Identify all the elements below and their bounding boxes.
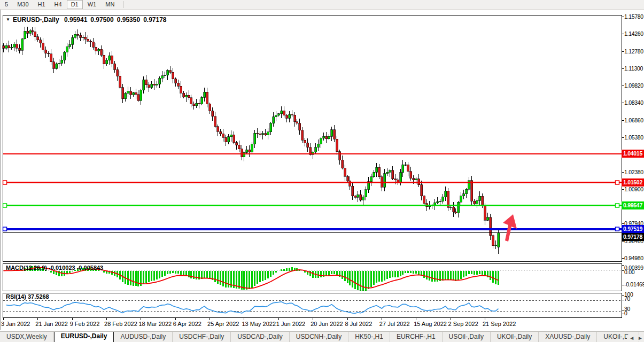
macd-label: MACD(12,26,9) -0.010023 -0.005843 [6,265,103,271]
ohlc-open: 0.95941 [64,16,87,24]
price-axis-label: 1.06860 [624,117,643,123]
chart-tab-usdchf--daily[interactable]: USDCHF-,Daily [173,332,231,342]
date-axis-label: 6 Apr 2022 [173,321,201,328]
symbol-dropdown-icon[interactable]: ▼ [6,17,10,22]
chart-tab-usdx-weekly[interactable]: USDX,Weekly [0,332,54,342]
current-price-label: 0.97178 [622,233,644,241]
chart-tab-eurusd--daily[interactable]: EURUSD-,Daily [54,331,114,342]
price-axis-label: 1.05380 [624,134,643,141]
hline-handle[interactable] [3,181,7,184]
price-label-0.97519: 0.97519 [622,225,644,233]
price-axis-label: 1.12780 [624,48,643,55]
hline-handle[interactable] [616,227,619,231]
chart-tab-hk50--h1[interactable]: HK50-,H1 [348,332,390,342]
date-axis-label: 27 Jul 2022 [379,321,410,328]
price-axis-label: 1.14260 [624,30,643,37]
macd-name: MACD(12,26,9) [6,265,47,271]
ohlc-high: 0.97500 [90,16,113,24]
rsi-name: RSI(14) [6,293,26,300]
axis-ticks [4,17,625,321]
tab-scroll-left-icon[interactable]: ◄ [629,335,634,341]
price-label-0.99547: 0.99547 [622,201,644,209]
price-axis-label: 0.94980 [624,255,643,261]
chart-tab-usoil--daily[interactable]: USOil-,Daily [443,332,491,342]
chart-tab-usdcad--daily[interactable]: USDCAD-,Daily [231,332,290,342]
macd-axis-label: -0.01469 [624,281,644,287]
date-axis-label: 21 Sep 2022 [483,321,516,328]
price-label-1.04015: 1.04015 [622,150,644,158]
chart-tab-ukoil--daily[interactable]: UKOil-,Daily [491,332,539,342]
hline-handle[interactable] [616,204,619,207]
rsi-label: RSI(14) 37.5268 [6,293,49,300]
macd-axis-label: 0.00 [624,269,634,275]
date-axis-label: 18 Mar 2022 [138,321,172,328]
date-axis-label: 2 Sep 2022 [448,321,478,328]
date-axis-label: 8 Jul 2022 [345,321,373,328]
macd-values: -0.010023 -0.005843 [49,265,103,271]
hline-handle[interactable] [3,204,7,207]
mt4-window: 5M30H1H4D1W1MN ▼EURUSD-,Daily 0.959410.9… [0,0,644,342]
hline-handle[interactable] [616,181,619,184]
hline-handle[interactable] [3,227,7,231]
date-axis-label: 21 Jan 2022 [35,321,68,328]
rsi-pane-border [3,293,622,318]
tab-scroll-right-icon[interactable]: ► [638,335,643,341]
chart-symbol: EURUSD-,Daily [13,16,59,24]
price-axis-label: 1.02380 [624,169,643,175]
chart-tab-usdcnh--daily[interactable]: USDCNH-,Daily [290,332,348,342]
date-axis-label: 9 Feb 2022 [70,321,100,328]
price-label-1.01502: 1.01502 [622,178,644,186]
ohlc-low: 0.95350 [117,16,140,24]
price-axis-label: 1.11300 [624,65,643,72]
price-axis-label: 1.08340 [624,99,643,106]
candlestick-series [3,27,500,254]
horizontal-lines [3,154,622,231]
rsi-value: 37.5268 [28,293,49,300]
date-axis-label: 25 Apr 2022 [207,321,239,328]
chart-tab-audusd--daily[interactable]: AUDUSD-,Daily [114,332,173,342]
chart-tab-xauusd--daily[interactable]: XAUUSD-,Daily [539,332,597,342]
date-axis-label: 15 Aug 2022 [414,321,447,328]
chart-canvas [0,0,644,342]
rsi-axis-label: 0 [624,310,627,316]
date-axis-label: 20 Jun 2022 [311,321,343,328]
chart-title: ▼EURUSD-,Daily 0.959410.975000.953500.97… [6,16,170,24]
date-axis-label: 1 Jun 2022 [276,321,305,328]
tab-scroll-buttons: ◄ ► [627,335,643,341]
rsi-axis-label: 70 [624,296,630,302]
chart-tab-eurchf--h1[interactable]: EURCHF-,H1 [390,332,443,342]
price-axis-label: 1.09820 [624,82,643,89]
price-axis-label: 1.00900 [624,186,643,192]
ohlc-close: 0.97178 [143,16,166,24]
date-axis-label: 3 Jan 2022 [1,321,30,328]
chart-tab-bar: USDX,WeeklyEURUSD-,DailyAUDUSD-,DailyUSD… [0,331,644,342]
price-axis-label: 1.15780 [624,13,643,20]
date-axis-label: 13 May 2022 [242,321,276,328]
date-axis-label: 28 Feb 2022 [104,321,137,328]
